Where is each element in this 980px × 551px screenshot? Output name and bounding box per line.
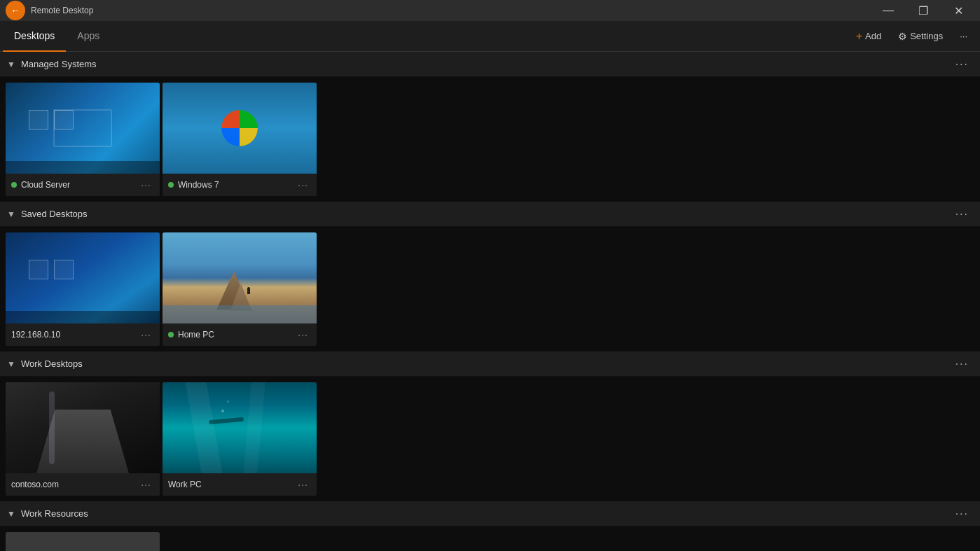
status-dot	[168, 182, 174, 188]
chevron-icon: ▼	[7, 60, 15, 69]
card-name: contoso.com	[11, 480, 134, 489]
tab-desktops[interactable]: Desktops	[3, 21, 66, 52]
card-footer-work-pc: Work PC ···	[163, 473, 317, 496]
card-name: Cloud Server	[21, 180, 134, 190]
card-name: Windows 7	[178, 180, 291, 190]
status-dot	[11, 182, 17, 188]
restore-button[interactable]: ❐	[907, 0, 939, 21]
tab-apps[interactable]: Apps	[66, 21, 111, 52]
gear-icon: ⚙	[898, 31, 907, 42]
settings-label: Settings	[910, 31, 943, 41]
card-ip-desktop[interactable]: 192.168.0.10 ···	[6, 232, 160, 346]
win10b-taskbar	[6, 311, 160, 323]
minimize-button[interactable]: —	[872, 0, 904, 21]
section-saved-desktops[interactable]: ▼ Saved Desktops ···	[0, 202, 980, 227]
thumbnail-ip-desktop	[6, 232, 160, 323]
card-footer-ip: 192.168.0.10 ···	[6, 323, 160, 346]
section-title-work: Work Desktops	[21, 358, 951, 369]
chevron-icon: ▼	[7, 509, 15, 519]
card-footer-cloud-server: Cloud Server ···	[6, 174, 160, 196]
card-name: Home PC	[178, 330, 291, 340]
card-more-button[interactable]: ···	[295, 328, 311, 342]
card-more-button[interactable]: ···	[138, 328, 154, 342]
win10b-decoration	[29, 260, 74, 279]
card-footer-home-pc: Home PC ···	[163, 323, 317, 346]
status-dot	[168, 332, 174, 337]
work-resources-grid: Managed PC ···	[0, 526, 980, 551]
section-title-managed: Managed Systems	[21, 59, 951, 69]
add-button[interactable]: + Add	[849, 25, 888, 48]
section-more-work[interactable]: ···	[951, 356, 973, 372]
managed-systems-grid: Cloud Server ··· Windows 7 ···	[0, 77, 980, 202]
card-name: 192.168.0.10	[11, 330, 134, 340]
section-managed-systems[interactable]: ▼ Managed Systems ···	[0, 52, 980, 77]
thumbnail-contoso	[6, 382, 160, 473]
chevron-icon: ▼	[7, 209, 15, 219]
card-footer-contoso: contoso.com ···	[6, 473, 160, 496]
card-more-button[interactable]: ···	[138, 477, 154, 491]
win7-logo	[221, 110, 258, 146]
card-contoso[interactable]: contoso.com ···	[6, 382, 160, 496]
close-button[interactable]: ✕	[942, 0, 974, 21]
card-more-button[interactable]: ···	[138, 178, 154, 192]
saved-desktops-grid: 192.168.0.10 ··· Home PC ···	[0, 227, 980, 351]
card-more-button[interactable]: ···	[295, 477, 311, 491]
back-button[interactable]: ←	[6, 1, 25, 20]
card-work-pc[interactable]: Work PC ···	[163, 382, 317, 496]
section-title-resources: Work Resources	[21, 508, 951, 519]
thumbnail-home-pc	[163, 232, 317, 323]
card-more-button[interactable]: ···	[295, 178, 311, 192]
section-more-managed[interactable]: ···	[951, 57, 973, 72]
title-bar: ← Remote Desktop — ❐ ✕	[0, 0, 980, 21]
section-work-desktops[interactable]: ▼ Work Desktops ···	[0, 351, 980, 377]
more-button[interactable]: ···	[953, 25, 974, 48]
section-work-resources[interactable]: ▼ Work Resources ···	[0, 501, 980, 526]
section-title-saved: Saved Desktops	[21, 209, 951, 219]
settings-button[interactable]: ⚙ Settings	[891, 25, 950, 48]
win10-taskbar	[6, 161, 160, 174]
window-controls: — ❐ ✕	[872, 0, 974, 21]
ellipsis-icon: ···	[960, 31, 967, 41]
thumbnail-windows7	[163, 83, 317, 174]
card-home-pc[interactable]: Home PC ···	[163, 232, 317, 346]
main-content: ▼ Managed Systems ··· Cloud Server ···	[0, 52, 980, 551]
thumbnail-managed-pc	[6, 532, 160, 551]
card-windows7[interactable]: Windows 7 ···	[163, 83, 317, 196]
nav-actions: + Add ⚙ Settings ···	[849, 25, 980, 48]
add-label: Add	[865, 31, 881, 41]
chevron-icon: ▼	[7, 359, 15, 369]
work-desktops-grid: contoso.com ··· Work PC ···	[0, 377, 980, 501]
thumbnail-work-pc	[163, 382, 317, 473]
window-title: Remote Desktop	[31, 6, 867, 15]
card-cloud-server[interactable]: Cloud Server ···	[6, 83, 160, 196]
card-footer-windows7: Windows 7 ···	[163, 174, 317, 196]
card-managed-pc[interactable]: Managed PC ···	[6, 532, 160, 551]
win10-decoration	[29, 110, 74, 130]
nav-bar: Desktops Apps + Add ⚙ Settings ···	[0, 21, 980, 52]
thumbnail-cloud-server	[6, 83, 160, 174]
card-name: Work PC	[168, 480, 291, 489]
section-more-resources[interactable]: ···	[951, 506, 973, 522]
plus-icon: +	[856, 30, 862, 43]
section-more-saved[interactable]: ···	[951, 207, 973, 222]
